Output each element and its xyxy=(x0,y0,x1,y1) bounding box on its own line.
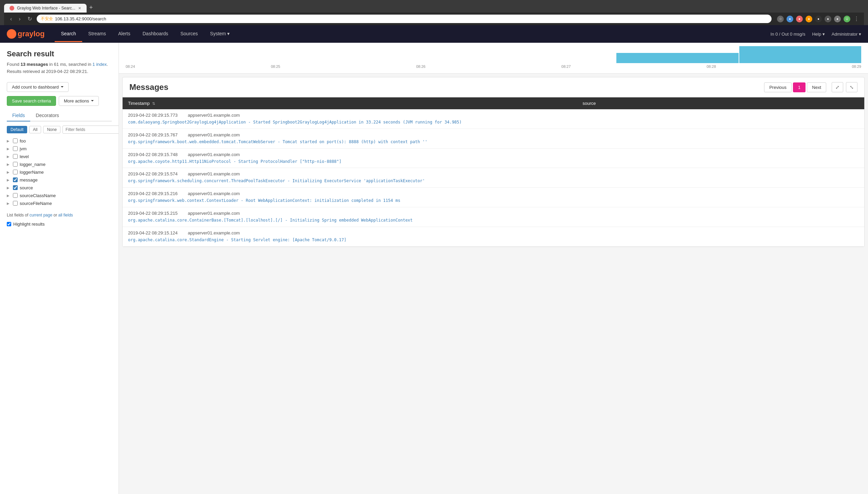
current-page-link[interactable]: current page xyxy=(30,213,52,217)
extension-icon-5[interactable]: ● xyxy=(825,16,831,22)
help-menu[interactable]: Help ▾ xyxy=(812,32,825,37)
field-checkbox-sourceClassName[interactable] xyxy=(13,193,18,198)
table-row[interactable]: 2019-04-22 08:29:15.215 appserver01.exam… xyxy=(123,207,864,227)
nav-dashboards[interactable]: Dashboards xyxy=(137,26,175,42)
messages-body: 2019-04-22 08:29:15.773 appserver01.exam… xyxy=(123,109,864,246)
list-item[interactable]: ▶ source xyxy=(7,184,112,192)
admin-menu[interactable]: Administrator ▾ xyxy=(832,32,861,37)
msg-link-1[interactable]: org.springframework.boot.web.embedded.to… xyxy=(128,139,427,144)
more-actions-button[interactable]: More actions xyxy=(59,96,99,106)
index-link[interactable]: 1 index xyxy=(92,62,107,67)
chart-label-1: 08:24 xyxy=(126,64,135,69)
next-page-button[interactable]: Next xyxy=(807,82,826,92)
msg-source-1: appserver01.example.com xyxy=(188,132,240,137)
active-tab[interactable]: Graylog Web Interface - Searc... ✕ xyxy=(4,4,87,13)
list-item[interactable]: ▶ sourceFileName xyxy=(7,200,112,207)
msg-link-4[interactable]: org.springframework.web.context.ContextL… xyxy=(128,198,400,203)
expand-icon-button[interactable]: ⤢ xyxy=(832,82,843,92)
list-item[interactable]: ▶ sourceClassName xyxy=(7,192,112,200)
expand-icon: ▶ xyxy=(7,178,11,182)
time-ms: 61 xyxy=(54,62,59,67)
nav-right: In 0 / Out 0 msg/s Help ▾ Administrator … xyxy=(771,32,861,37)
current-page-button[interactable]: 1 xyxy=(793,82,806,92)
extension-icon-1[interactable]: ● xyxy=(786,16,793,22)
table-row[interactable]: 2019-04-22 08:29:15.748 appserver01.exam… xyxy=(123,148,864,168)
list-item[interactable]: ▶ foo xyxy=(7,137,112,145)
shrink-icon-button[interactable]: ⤡ xyxy=(846,82,857,92)
table-row[interactable]: 2019-04-22 08:29:15.574 appserver01.exam… xyxy=(123,168,864,188)
field-search-input[interactable] xyxy=(62,126,119,134)
list-item[interactable]: ▶ jvm xyxy=(7,145,112,153)
filter-none[interactable]: None xyxy=(43,126,60,133)
col-source: source xyxy=(577,97,864,109)
browser-chrome: Graylog Web Interface - Searc... ✕ + ‹ ›… xyxy=(0,0,868,25)
url-bar[interactable]: 不安全 106.13.35.42:9000/search xyxy=(37,15,772,23)
highlight-row[interactable]: Highlight results xyxy=(7,222,112,227)
table-row[interactable]: 2019-04-22 08:29:15.767 appserver01.exam… xyxy=(123,129,864,148)
field-footer: List fields of current page or all field… xyxy=(7,213,112,217)
field-checkbox-sourceFileName[interactable] xyxy=(13,201,18,206)
field-checkbox-loggerName[interactable] xyxy=(13,170,18,174)
msg-timestamp-1: 2019-04-22 08:29:15.767 xyxy=(128,132,178,137)
save-search-button[interactable]: Save search criteria xyxy=(7,96,56,106)
filter-default[interactable]: Default xyxy=(7,126,27,133)
field-checkbox-jvm[interactable] xyxy=(13,146,18,151)
profile-icon[interactable]: U xyxy=(844,16,850,22)
msg-link-6[interactable]: org.apache.catalina.core.StandardEngine … xyxy=(128,238,346,242)
action-buttons: Add count to dashboard xyxy=(7,82,112,92)
logo[interactable]: graylog xyxy=(7,29,44,39)
add-count-button[interactable]: Add count to dashboard xyxy=(7,82,69,92)
field-checkbox-source[interactable] xyxy=(13,185,18,190)
field-checkbox-message[interactable] xyxy=(13,177,18,182)
refresh-button[interactable]: ↻ xyxy=(25,15,34,23)
filter-all[interactable]: All xyxy=(29,126,41,133)
msg-link-2[interactable]: org.apache.coyote.http11.Http11NioProtoc… xyxy=(128,159,342,164)
col-timestamp[interactable]: Timestamp ⇅ xyxy=(123,97,577,109)
extension-icon-3[interactable]: ● xyxy=(806,16,812,22)
bookmark-icon[interactable]: ☆ xyxy=(777,16,784,22)
nav-alerts[interactable]: Alerts xyxy=(112,26,137,42)
msg-source-2: appserver01.example.com xyxy=(188,152,240,157)
list-item[interactable]: ▶ message xyxy=(7,176,112,184)
nav-streams[interactable]: Streams xyxy=(82,26,112,42)
highlight-checkbox[interactable] xyxy=(7,222,11,226)
chart-label-4: 08:27 xyxy=(561,64,571,69)
extension-icon-2[interactable]: ● xyxy=(796,16,803,22)
table-row[interactable]: 2019-04-22 08:29:15.773 appserver01.exam… xyxy=(123,109,864,129)
table-header-row: Timestamp ⇅ source xyxy=(123,97,864,109)
table-row[interactable]: 2019-04-22 08:29:15.124 appserver01.exam… xyxy=(123,227,864,246)
extension-icon-4[interactable]: ● xyxy=(815,16,822,22)
field-checkbox-level[interactable] xyxy=(13,154,18,159)
msg-link-5[interactable]: org.apache.catalina.core.ContainerBase.[… xyxy=(128,218,413,223)
list-item[interactable]: ▶ loggerName xyxy=(7,168,112,176)
tab-fields[interactable]: Fields xyxy=(7,110,30,121)
nav-system[interactable]: System ▾ xyxy=(204,26,236,42)
nav-sources[interactable]: Sources xyxy=(174,26,204,42)
messages-table: Timestamp ⇅ source 2019-04-22 08:29:15.7… xyxy=(123,97,864,247)
found-label: messages xyxy=(27,62,48,67)
list-item[interactable]: ▶ level xyxy=(7,153,112,160)
all-fields-link[interactable]: all fields xyxy=(58,213,73,217)
tab-close-button[interactable]: ✕ xyxy=(78,6,81,11)
field-checkbox-logger-name[interactable] xyxy=(13,162,18,167)
msg-link-3[interactable]: org.springframework.scheduling.concurren… xyxy=(128,178,425,183)
prev-page-button[interactable]: Previous xyxy=(764,82,792,92)
nav-search[interactable]: Search xyxy=(55,26,82,42)
highlight-label: Highlight results xyxy=(13,222,45,227)
list-item[interactable]: ▶ logger_name xyxy=(7,160,112,168)
msg-timestamp-3: 2019-04-22 08:29:15.574 xyxy=(128,171,178,176)
table-row[interactable]: 2019-04-22 08:29:15.216 appserver01.exam… xyxy=(123,188,864,207)
chart-label-3: 08:26 xyxy=(416,64,426,69)
field-checkbox-foo[interactable] xyxy=(13,138,18,143)
msg-source-4: appserver01.example.com xyxy=(188,191,240,196)
extension-icon-6[interactable]: ● xyxy=(834,16,841,22)
forward-button[interactable]: › xyxy=(17,15,22,23)
tab-decorators[interactable]: Decorators xyxy=(30,110,64,121)
field-name-message: message xyxy=(20,177,38,183)
msg-link-0[interactable]: com.dalaoyang.Springboot2GraylogLog4jApp… xyxy=(128,120,462,125)
throughput-display: In 0 / Out 0 msg/s xyxy=(771,32,806,37)
menu-icon[interactable]: ⋮ xyxy=(853,16,860,22)
found-count: 13 xyxy=(20,62,25,67)
new-tab-button[interactable]: + xyxy=(87,3,96,13)
back-button[interactable]: ‹ xyxy=(8,15,14,23)
